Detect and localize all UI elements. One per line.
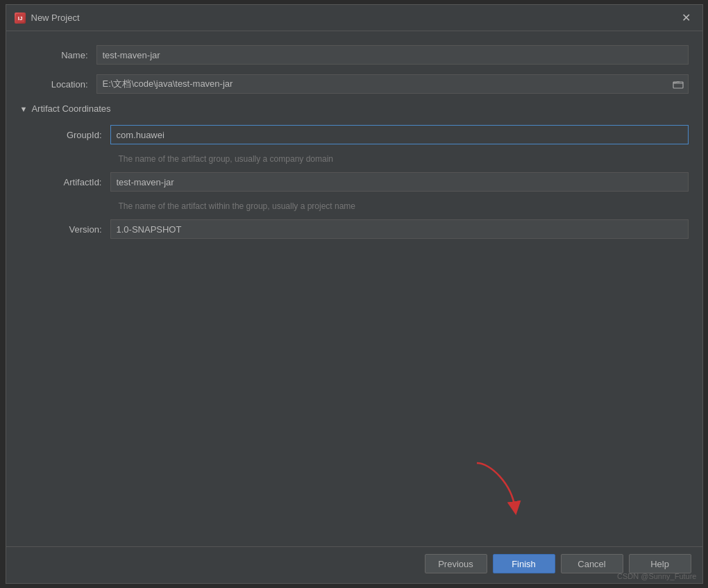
name-row: Name:	[20, 45, 689, 65]
group-id-hint: The name of the artifact group, usually …	[119, 154, 689, 164]
close-button[interactable]: ✕	[679, 10, 694, 26]
artifact-id-label: ArtifactId:	[34, 177, 110, 187]
location-input[interactable]	[96, 74, 668, 94]
new-project-dialog: IJ New Project ✕ Name: Location:	[6, 4, 703, 584]
collapse-icon: ▼	[20, 105, 28, 113]
location-input-group	[96, 74, 689, 94]
dialog-footer: Previous Finish Cancel Help CSDN @Sunny_…	[6, 546, 702, 583]
dialog-title: New Project	[31, 12, 80, 23]
version-label: Version:	[34, 224, 110, 235]
location-row: Location:	[20, 74, 689, 94]
artifact-id-hint: The name of the artifact within the grou…	[119, 201, 689, 211]
group-id-row: GroupId:	[34, 125, 689, 144]
artifact-section-content: GroupId: The name of the artifact group,…	[34, 125, 689, 239]
help-button[interactable]: Help	[629, 554, 691, 573]
title-bar-left: IJ New Project	[15, 12, 80, 24]
artifact-section-header[interactable]: ▼ Artifact Coordinates	[20, 103, 689, 114]
version-input[interactable]	[110, 219, 689, 239]
title-bar: IJ New Project ✕	[6, 5, 702, 31]
dialog-overlay: IJ New Project ✕ Name: Location:	[0, 0, 708, 588]
finish-button[interactable]: Finish	[493, 554, 555, 573]
artifact-id-row: ArtifactId:	[34, 172, 689, 192]
app-icon: IJ	[15, 12, 26, 24]
name-label: Name:	[20, 50, 96, 60]
browse-button[interactable]	[668, 74, 689, 94]
previous-button[interactable]: Previous	[425, 554, 487, 573]
location-label: Location:	[20, 79, 96, 90]
svg-text:IJ: IJ	[17, 15, 22, 22]
group-id-input[interactable]	[110, 125, 689, 144]
artifact-id-input[interactable]	[110, 172, 689, 192]
group-id-label: GroupId:	[34, 130, 110, 140]
name-input[interactable]	[96, 45, 689, 65]
dialog-content: Name: Location:	[6, 31, 702, 546]
artifact-section-title: Artifact Coordinates	[31, 103, 110, 114]
version-row: Version:	[34, 219, 689, 239]
watermark-text: CSDN @Sunny_Future	[617, 572, 697, 580]
cancel-button[interactable]: Cancel	[561, 554, 623, 573]
